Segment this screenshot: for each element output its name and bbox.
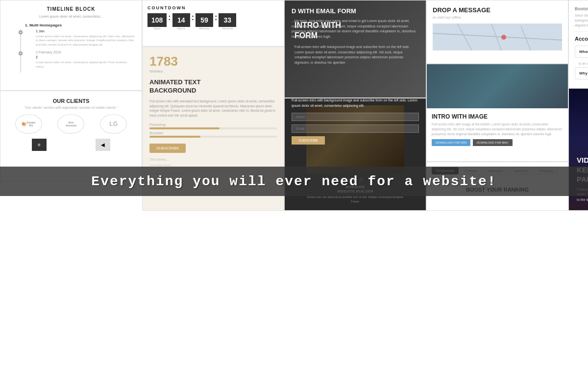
svg-point-17 <box>501 35 506 40</box>
skill-photoshop-label-2: Photoshop <box>149 123 277 126</box>
countdown-title: COUNTDOWN <box>147 5 279 10</box>
intro-image-content: INTRO WITH IMAGE Full-screen intro with … <box>427 108 568 151</box>
client-logo-2: EmiAccount <box>57 114 84 134</box>
timeline-card: TIMELINE BLOCK Lorem ipsum dolor sit ame… <box>0 0 142 91</box>
banner-overlay: Everything you will ever need for a webs… <box>0 167 588 196</box>
timeline-date-2: 2 February 2018 <box>36 50 136 54</box>
countdown-sep-1: : <box>168 13 171 22</box>
download-mac-button[interactable]: DOWNLOAD FOR MAC <box>473 139 513 146</box>
theme-text: The theme... <box>149 158 277 161</box>
countdown-days-label: Days <box>147 27 167 30</box>
skill-photoshop-track-2 <box>149 127 277 129</box>
accordion-extra-desc: Since the icons utilize the global icons… <box>575 13 588 27</box>
animated-num-label: Mobiles <box>149 69 277 74</box>
client-logos-row: 🎨DreamPix EmiAccount LG <box>7 114 135 134</box>
animated-desc: Full-screen intro with animated text bac… <box>149 99 277 118</box>
form-subscribe-button[interactable]: SUBSCRIBE <box>292 136 325 145</box>
accordion-extra-note: Bootstrap 4 Accordion <box>575 6 588 11</box>
countdown-display: 108 Days : 14 Hours : 59 Minutes : <box>147 13 279 30</box>
intro-form-2-desc: Full-screen intro with background image … <box>292 98 419 108</box>
countdown-seconds: 33 Seconds <box>219 13 236 30</box>
accordion-item-2[interactable]: Why Mobirise? + <box>575 67 588 79</box>
form-email-input[interactable] <box>292 124 419 133</box>
email-form-title: D WITH EMAIL FORM <box>292 7 419 15</box>
timeline-item-1-label: 1. Multi Homepages <box>25 23 136 27</box>
drop-msg-sub: or visit our office <box>433 15 562 20</box>
timeline-line-1: 1 Jan Lorem ipsum dolor sit amet, consec… <box>20 29 136 50</box>
intro-image-title: INTRO WITH IMAGE <box>432 113 563 120</box>
accordion-card: Bootstrap 4 Accordion Since the icons ut… <box>568 0 588 88</box>
map-placeholder <box>433 24 562 50</box>
skill-illustrator-fill <box>149 136 200 138</box>
countdown-sep-2: : <box>192 13 194 22</box>
intro-image-bg <box>427 64 568 108</box>
countdown-hours-label: Hours <box>172 27 190 30</box>
intro-image-visual <box>427 64 568 108</box>
countdown-hours: 14 Hours <box>172 13 190 30</box>
client-logo-3: LG <box>100 114 127 134</box>
banner-text: Everything you will ever need for a webs… <box>91 174 496 189</box>
accordion-title: Accordion FAQ <box>575 36 588 42</box>
intro-form-desc: Full-screen intro with background image … <box>294 45 416 65</box>
countdown-days: 108 Days <box>147 13 167 30</box>
subscribe-button[interactable]: SUBSCRIBE <box>149 144 186 153</box>
countdown-hours-num: 14 <box>172 13 190 27</box>
drop-message-card: DROP A MESSAGE or visit our office <box>426 0 568 64</box>
timeline-dot-2 <box>19 51 23 55</box>
skill-illustrator-track <box>149 136 277 138</box>
countdown-seconds-label: Seconds <box>219 27 236 30</box>
timeline-subtitle: Lorem ipsum dolor sit amet, consectetur.… <box>6 15 136 18</box>
timeline-text-2: Lorem ipsum dolor sit amet, consectetur … <box>36 60 136 69</box>
countdown-sep-3: : <box>215 13 217 22</box>
accordion-item-1[interactable]: What is Mobirise? + <box>575 46 588 58</box>
timeline-marker-1: 1 Jan <box>36 29 136 33</box>
countdown-days-num: 108 <box>147 13 167 27</box>
clients-title: OUR CLIENTS <box>7 98 135 104</box>
intro-image-desc: Full-screen intro with image at the bott… <box>432 122 563 136</box>
timeline-dot-1 <box>19 30 23 34</box>
mobirise-builder-desc: Donec nec nec placerat at porttitor tum … <box>306 195 404 203</box>
intro-image-card: INTRO WITH IMAGE Full-screen intro with … <box>426 64 568 162</box>
form-name-input[interactable] <box>292 113 419 121</box>
timeline-line-2: 2 February 2018 2 Lorem ipsum dolor sit … <box>20 50 136 73</box>
countdown-card: COUNTDOWN 108 Days : 14 Hours : 59 Minut… <box>142 0 284 47</box>
countdown-minutes: 59 Minutes <box>196 13 213 30</box>
email-form-desc: ...ble form. Just enter your name and em… <box>292 19 419 39</box>
mosaic-container: Everything you will ever need for a webs… <box>0 0 588 392</box>
clients-quote: "Our clients' section with adjustable nu… <box>7 106 135 109</box>
accordion-q-1: What is Mobirise? <box>579 49 588 54</box>
skill-illustrator-label: Illustrator <box>149 131 277 135</box>
timeline-marker-2: 2 <box>36 55 136 59</box>
countdown-minutes-num: 59 <box>196 13 213 27</box>
countdown-minutes-label: Minutes <box>196 27 213 30</box>
accordion-a-1: is an offline app for Wndow and Mac to e… <box>575 60 588 67</box>
timeline-title: TIMELINE BLOCK <box>6 6 136 12</box>
map-svg <box>433 24 562 50</box>
accordion-q-2: Why Mobirise? <box>579 71 588 75</box>
timeline-text-1: Lorem ipsum dolor sit amet, consectetur … <box>36 34 136 47</box>
animated-title: ANIMATED TEXTBACKGROUND <box>149 78 277 95</box>
drop-msg-title: DROP A MESSAGE <box>433 6 562 14</box>
download-win-button[interactable]: DOWNLOAD FOR WIN <box>432 139 470 146</box>
countdown-seconds-num: 33 <box>219 13 236 27</box>
top-row: TIMELINE BLOCK Lorem ipsum dolor sit ame… <box>0 0 142 181</box>
skill-photoshop-fill-2 <box>149 127 220 129</box>
client-logo-1: 🎨DreamPix <box>15 114 42 134</box>
top-col-1: TIMELINE BLOCK Lorem ipsum dolor sit ame… <box>0 0 142 181</box>
animated-big-num: 1783 <box>149 54 277 69</box>
accordion-faq-section: Accordion FAQ What is Mobirise? + is an … <box>575 31 588 79</box>
